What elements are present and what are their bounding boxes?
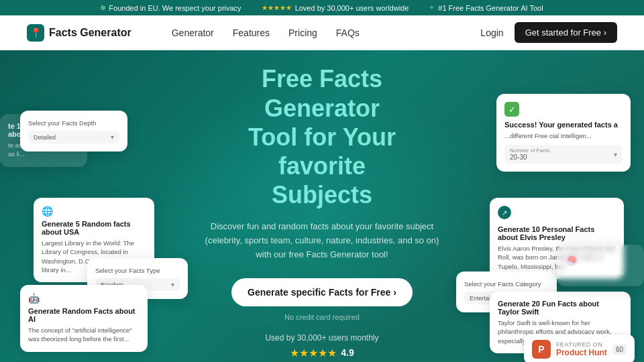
- depth-dropdown[interactable]: Detailed ▾: [28, 131, 119, 143]
- hero-description: Discover fun and random facts about your…: [201, 220, 443, 261]
- card-success-text: ...different Free cial Intelligen...: [504, 131, 623, 140]
- get-started-button[interactable]: Get started for Free ›: [515, 22, 617, 43]
- card-ai-title: Generate Random Facts about AI: [28, 307, 140, 323]
- rating-number: 4.9: [341, 347, 354, 358]
- num-facts-dropdown[interactable]: Number of Facts 20-30 ▾: [504, 145, 623, 164]
- ph-count: 60: [612, 345, 627, 355]
- card-usa-title: Generate 5 Random facts about USA: [42, 220, 146, 236]
- ph-featured-label: FEATURED ON: [556, 341, 607, 348]
- logo-text: Facts Generator: [49, 27, 131, 39]
- topbar-rating: ★★★★★ Loved by 30,000+ users worldwide: [262, 4, 409, 12]
- robot-icon: 🤖: [28, 293, 40, 304]
- no-credit-label: No credit card required: [201, 313, 443, 321]
- card-ai-text: The concept of "artificial intelligence"…: [28, 326, 140, 344]
- card-taylor-title: Generate 20 Fun Facts about Taylor Swift: [498, 300, 623, 316]
- chevron-down-icon: ▾: [111, 133, 114, 141]
- check-icon: ✓: [504, 102, 519, 117]
- card-elvis-title: Generate 10 Personal Facts about Elvis P…: [498, 225, 616, 241]
- topbar-stars: ★★★★★: [262, 4, 292, 11]
- num-facts-label: Number of Facts: [510, 147, 549, 154]
- card-gen-right: 🧠 Gen... Gene... from...: [557, 245, 644, 286]
- nav-links: Generator Features Pricing FAQs: [172, 27, 360, 38]
- card-depth-label: Select your Facts Depth: [28, 119, 119, 127]
- nav-pricing[interactable]: Pricing: [288, 27, 317, 38]
- used-by-text: Used by 30,000+ users monthly: [201, 333, 443, 343]
- card-category-label: Select your Facts Category: [464, 280, 549, 288]
- logo: 📍 Facts Generator: [27, 24, 131, 42]
- dot-icon: [101, 5, 105, 10]
- ph-badge[interactable]: P FEATURED ON Product Hunt 60: [524, 335, 635, 362]
- nav-right: Login Get started for Free ›: [480, 22, 617, 43]
- topbar-ranking: ✦ #1 Free Facts Generator AI Tool: [429, 3, 543, 12]
- rating-row: ★★★★★ 4.9: [201, 347, 443, 359]
- trend-icon: ↗: [498, 206, 511, 219]
- ph-name: Product Hunt: [556, 348, 607, 357]
- brain-icon: 🧠: [565, 253, 578, 266]
- ph-logo-icon: P: [532, 340, 551, 359]
- nav-generator[interactable]: Generator: [172, 27, 214, 38]
- navbar: 📍 Facts Generator Generator Features Pri…: [0, 15, 644, 50]
- nav-features[interactable]: Features: [233, 27, 270, 38]
- top-bar: Founded in EU. We respect your privacy ★…: [0, 0, 644, 15]
- chevron-down-icon: ▾: [614, 151, 617, 158]
- hero-heading: Free Facts Generator Tool for Your favor…: [201, 64, 443, 209]
- card-gen-right-text: Gen... Gene... from...: [565, 269, 636, 276]
- hero-section: te 10 Random facts about Tech te aspects…: [0, 50, 644, 362]
- login-button[interactable]: Login: [480, 27, 503, 38]
- card-ai: 🤖 Generate Random Facts about AI The con…: [20, 285, 148, 352]
- ph-text: FEATURED ON Product Hunt: [556, 341, 607, 357]
- generate-button[interactable]: Generate specific Facts for Free ›: [231, 278, 413, 306]
- globe-icon: 🌐: [42, 206, 53, 217]
- card-success-title: Success! Your generated facts a: [504, 121, 623, 129]
- card-depth: Select your Facts Depth Detailed ▾: [20, 111, 127, 152]
- card-type-label: Select your Facts Type: [95, 266, 180, 275]
- nav-faqs[interactable]: FAQs: [336, 27, 360, 38]
- num-facts-val: 20-30: [510, 154, 549, 161]
- topbar-privacy: Founded in EU. We respect your privacy: [101, 4, 241, 12]
- hero-content: Free Facts Generator Tool for Your favor…: [201, 64, 443, 359]
- chevron-down-icon: ▾: [171, 281, 174, 288]
- rating-stars: ★★★★★: [290, 347, 337, 359]
- logo-icon: 📍: [27, 24, 44, 42]
- card-success: ✓ Success! Your generated facts a ...dif…: [496, 94, 631, 172]
